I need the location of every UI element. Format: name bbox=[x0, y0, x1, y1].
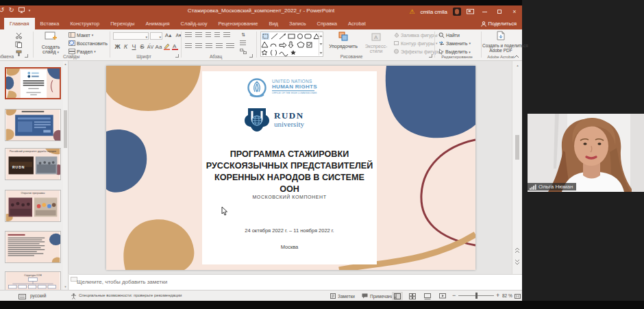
canvas-scroll-thumb[interactable] bbox=[515, 135, 519, 160]
shapes-gallery[interactable] bbox=[260, 32, 323, 57]
zoom-percent[interactable]: 82 % bbox=[502, 293, 512, 298]
italic-button[interactable]: К bbox=[122, 43, 129, 50]
slide-sorter-view-button[interactable] bbox=[407, 292, 418, 300]
notes-pane[interactable]: Щелкните, чтобы добавить заметки bbox=[69, 274, 522, 290]
bullets-icon[interactable] bbox=[185, 32, 192, 38]
char-spacing-icon[interactable]: A︠V bbox=[147, 45, 154, 49]
slide-dates[interactable]: 24 октября 2022 г. – 11 ноября 2022 г. bbox=[202, 227, 377, 234]
numbering-icon[interactable] bbox=[195, 32, 202, 38]
slide-thumbnail-5[interactable] bbox=[5, 231, 61, 263]
restore-button[interactable] bbox=[495, 7, 504, 16]
grow-font-icon[interactable]: А▴ bbox=[164, 32, 172, 38]
zoom-slider-thumb[interactable] bbox=[475, 293, 478, 299]
font-dialog-launcher[interactable] bbox=[175, 54, 179, 58]
copy-icon[interactable] bbox=[15, 41, 23, 48]
slide[interactable]: UNITED NATIONS HUMAN RIGHTS OFFICE OF TH… bbox=[106, 66, 475, 270]
reading-view-button[interactable] bbox=[422, 292, 433, 300]
display-settings-icon[interactable] bbox=[467, 9, 474, 15]
comments-toggle-button[interactable]: Примечания bbox=[362, 293, 396, 299]
new-slide-button[interactable]: Создать слайд ▾ bbox=[36, 32, 66, 54]
collapse-ribbon-icon[interactable] bbox=[514, 55, 519, 58]
change-case-button[interactable]: Аа bbox=[155, 44, 162, 50]
shape-fill-button[interactable]: Заливка фигуры▾ bbox=[393, 32, 441, 38]
tab-record[interactable]: Запись bbox=[284, 18, 312, 29]
align-left-icon[interactable] bbox=[185, 43, 192, 49]
accessibility-status[interactable]: Специальные возможности: проверьте реком… bbox=[79, 293, 182, 297]
line-spacing-icon[interactable] bbox=[223, 32, 230, 38]
paragraph-dialog-launcher[interactable] bbox=[249, 54, 253, 58]
underline-button[interactable]: Ч bbox=[130, 43, 138, 50]
justify-icon[interactable] bbox=[216, 43, 223, 49]
indent-increase-icon[interactable] bbox=[214, 32, 220, 38]
webcam-video[interactable]: Ольга Нюман bbox=[528, 114, 644, 192]
slide-thumbnail-1[interactable] bbox=[5, 67, 61, 99]
bold-button[interactable]: Ж bbox=[114, 43, 121, 50]
font-size-combo[interactable]: ▾ bbox=[150, 32, 162, 40]
tab-acrobat[interactable]: Acrobat bbox=[343, 18, 371, 29]
font-name-combo[interactable]: ▾ bbox=[113, 32, 149, 40]
tab-slideshow[interactable]: Слайд-шоу bbox=[175, 18, 213, 29]
tab-transitions[interactable]: Переходы bbox=[105, 18, 140, 29]
tab-view[interactable]: Вид bbox=[263, 18, 284, 29]
shape-effects-button[interactable]: Эффекты фигуры▾ bbox=[393, 49, 444, 54]
language-indicator[interactable]: русский bbox=[30, 293, 46, 298]
tab-animations[interactable]: Анимация bbox=[140, 18, 175, 29]
indent-decrease-icon[interactable] bbox=[206, 32, 211, 38]
fit-to-window-button[interactable] bbox=[515, 293, 521, 299]
canvas-scrollbar[interactable]: ▲ bbox=[512, 61, 522, 274]
text-direction-icon[interactable]: ⇅ bbox=[240, 32, 247, 38]
minimize-button[interactable] bbox=[480, 7, 489, 16]
zoom-out-button[interactable]: − bbox=[452, 292, 456, 299]
align-center-icon[interactable] bbox=[195, 43, 202, 49]
tab-home[interactable]: Главная bbox=[4, 18, 35, 29]
warning-icon[interactable]: ⚠ bbox=[409, 8, 414, 15]
thumbnail-scroll-down-icon[interactable]: ▼ bbox=[63, 285, 68, 288]
create-pdf-button[interactable]: Создать и поделиться Adobe PDF bbox=[482, 31, 519, 53]
cut-icon[interactable] bbox=[15, 32, 23, 39]
share-button[interactable]: Поделиться bbox=[481, 18, 517, 29]
slideshow-view-button[interactable] bbox=[437, 292, 448, 300]
canvas-scroll-up-icon[interactable]: ▲ bbox=[515, 64, 520, 67]
reset-button[interactable]: Восстановить bbox=[69, 40, 108, 46]
slide-thumbnail-2[interactable] bbox=[5, 109, 61, 141]
tab-design[interactable]: Конструктор bbox=[64, 18, 105, 29]
drawing-dialog-launcher[interactable] bbox=[429, 54, 432, 58]
tab-insert[interactable]: Вставка bbox=[35, 18, 65, 29]
tab-help[interactable]: Справка bbox=[312, 18, 343, 29]
thumbnail-scroll-thumb[interactable] bbox=[64, 110, 67, 148]
highlight-pen-icon[interactable] bbox=[163, 43, 171, 50]
normal-view-button[interactable] bbox=[392, 292, 403, 300]
slide-subtitle[interactable]: МОСКОВСКИЙ КОМПОНЕНТ bbox=[202, 195, 377, 199]
layout-button[interactable]: Макет▾ bbox=[69, 32, 93, 38]
close-button[interactable]: × bbox=[510, 7, 519, 16]
select-button[interactable]: Выделить▾ bbox=[438, 49, 471, 55]
zoom-in-button[interactable]: + bbox=[496, 292, 499, 299]
account-name[interactable]: cmila cmila bbox=[420, 9, 447, 15]
shape-outline-button[interactable]: Контур фигуры▾ bbox=[393, 40, 437, 46]
slide-thumbnail-3[interactable]: Российский университет дружбы народов RU… bbox=[5, 148, 61, 180]
thumbnail-scrollbar[interactable]: ▲ ▼ bbox=[63, 61, 68, 290]
notes-placeholder[interactable]: Щелкните, чтобы добавить заметки bbox=[77, 279, 167, 285]
slide-title[interactable]: ПРОГРАММА СТАЖИРОВКИ РУССКОЯЗЫЧНЫХ ПРЕДС… bbox=[202, 148, 377, 195]
smartart-icon[interactable] bbox=[240, 49, 247, 54]
slide-city[interactable]: Москва bbox=[202, 244, 377, 250]
replace-button[interactable]: Заменить▾ bbox=[438, 40, 471, 46]
find-button[interactable]: Найти bbox=[438, 32, 460, 38]
next-slide-button[interactable] bbox=[515, 258, 520, 265]
previous-slide-button[interactable] bbox=[515, 247, 520, 254]
clipboard-dialog-launcher[interactable] bbox=[25, 54, 28, 58]
notes-toggle-button[interactable]: Заметки bbox=[330, 293, 355, 299]
accessibility-icon[interactable] bbox=[71, 293, 77, 299]
columns-icon[interactable] bbox=[226, 43, 234, 49]
font-color-icon[interactable]: A bbox=[171, 43, 179, 50]
slide-thumbnail-4[interactable]: Открытие программы bbox=[5, 190, 61, 222]
section-button[interactable]: Раздел▾ bbox=[69, 49, 96, 54]
keyboard-layout-icon[interactable] bbox=[18, 294, 26, 299]
align-text-icon[interactable] bbox=[240, 40, 246, 46]
align-right-icon[interactable] bbox=[206, 43, 212, 49]
strikethrough-button[interactable]: S bbox=[138, 43, 146, 50]
thumbnail-scroll-up-icon[interactable]: ▲ bbox=[63, 62, 68, 66]
tab-review[interactable]: Рецензирование bbox=[213, 18, 264, 29]
arrange-button[interactable]: Упорядочить bbox=[326, 32, 360, 49]
slide-thumbnail-6[interactable]: Структура ООН bbox=[5, 271, 61, 290]
